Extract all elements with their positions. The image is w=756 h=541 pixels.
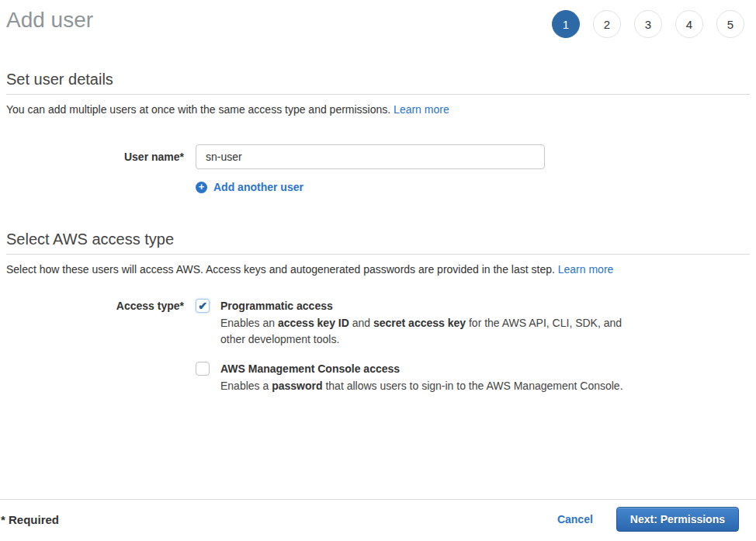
access-type-description-text: Select how these users will access AWS. … <box>6 263 558 276</box>
add-another-user-link[interactable]: + Add another user <box>196 181 303 193</box>
user-details-description-text: You can add multiple users at once with … <box>6 103 394 116</box>
step-2-indicator: 2 <box>593 10 621 38</box>
page-title: Add user <box>6 7 93 33</box>
programmatic-access-title: Programmatic access <box>220 298 630 314</box>
user-name-row: User name* <box>6 144 750 169</box>
add-user-page: Add user 1 2 3 4 5 Set user details You … <box>0 0 756 394</box>
required-note: * Required <box>1 513 59 526</box>
next-permissions-button[interactable]: Next: Permissions <box>616 507 739 532</box>
plus-circle-icon: + <box>196 182 207 193</box>
learn-more-link-access-type[interactable]: Learn more <box>558 263 614 276</box>
learn-more-link-user-details[interactable]: Learn more <box>394 103 449 116</box>
console-access-text: AWS Management Console access Enables a … <box>220 361 630 394</box>
page-header: Add user 1 2 3 4 5 <box>6 0 750 38</box>
access-type-options: ✔ Programmatic access Enables an access … <box>196 298 630 394</box>
wizard-step-indicator: 1 2 3 4 5 <box>552 10 744 38</box>
user-name-label: User name* <box>6 151 196 163</box>
step-4-indicator: 4 <box>675 10 703 38</box>
console-access-desc: Enables a password that allows users to … <box>220 378 630 394</box>
step-3-indicator: 3 <box>634 10 662 38</box>
footer-actions: Cancel Next: Permissions <box>557 507 739 532</box>
add-another-user-label: Add another user <box>213 181 303 193</box>
section-divider <box>6 254 750 255</box>
console-access-title: AWS Management Console access <box>220 361 630 377</box>
wizard-footer: * Required Cancel Next: Permissions <box>0 499 756 541</box>
programmatic-access-desc: Enables an access key ID and secret acce… <box>220 315 630 348</box>
console-access-checkbox[interactable]: ✔ <box>196 362 210 376</box>
section-user-details: Set user details You can add multiple us… <box>6 70 750 193</box>
check-icon: ✔ <box>198 300 207 311</box>
section-divider <box>6 94 750 95</box>
step-1-indicator: 1 <box>552 10 580 38</box>
programmatic-access-text: Programmatic access Enables an access ke… <box>220 298 630 348</box>
step-5-indicator: 5 <box>716 10 744 38</box>
access-type-description: Select how these users will access AWS. … <box>6 263 750 276</box>
option-console-access: ✔ AWS Management Console access Enables … <box>196 361 630 394</box>
access-type-heading: Select AWS access type <box>6 230 750 248</box>
section-access-type: Select AWS access type Select how these … <box>6 230 750 394</box>
option-programmatic-access: ✔ Programmatic access Enables an access … <box>196 298 630 348</box>
programmatic-access-checkbox[interactable]: ✔ <box>196 299 210 313</box>
user-details-heading: Set user details <box>6 70 750 88</box>
cancel-button[interactable]: Cancel <box>557 513 593 525</box>
access-type-label: Access type* <box>6 298 196 312</box>
user-details-description: You can add multiple users at once with … <box>6 103 750 116</box>
access-type-row: Access type* ✔ Programmatic access Enabl… <box>6 298 750 394</box>
user-name-input[interactable] <box>196 144 545 169</box>
